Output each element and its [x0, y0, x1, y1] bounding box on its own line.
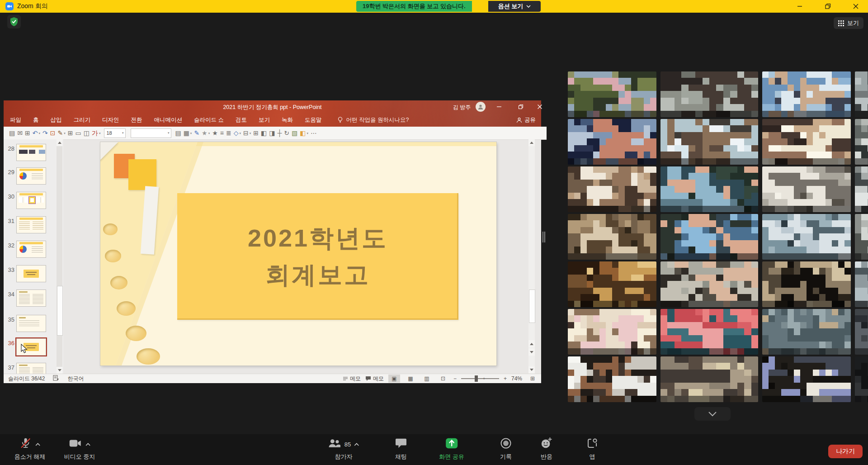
- slide-thumbnail-31[interactable]: [16, 216, 46, 233]
- chevron-up-icon[interactable]: [35, 440, 41, 448]
- panel-divider-handle[interactable]: [542, 232, 546, 242]
- chevron-up-icon[interactable]: [354, 440, 359, 448]
- group-objects-icon[interactable]: ⊞: [253, 130, 259, 136]
- ppt-menu-9[interactable]: 보기: [259, 116, 270, 124]
- scrollbar-thumb[interactable]: [57, 286, 63, 336]
- language-label[interactable]: 한국어: [67, 375, 84, 383]
- share-button[interactable]: 화면 공유: [439, 437, 464, 461]
- record-button[interactable]: 기록: [500, 437, 512, 461]
- fill-color-icon[interactable]: ◧▾: [300, 130, 308, 136]
- video-button[interactable]: 비디오 중지: [64, 437, 95, 461]
- align-objects-icon[interactable]: ┼: [277, 130, 282, 136]
- scroll-up-button[interactable]: [57, 139, 62, 146]
- slideshow-from-start-icon[interactable]: ⊡: [50, 130, 56, 136]
- participants-button[interactable]: 85참가자: [328, 437, 359, 461]
- draw-table-icon[interactable]: ✎: [194, 130, 199, 136]
- rotate-icon[interactable]: ↻: [284, 130, 289, 136]
- slide-thumbnail-35[interactable]: [16, 315, 46, 332]
- apps-button[interactable]: 앱: [586, 437, 598, 461]
- ppt-menu-4[interactable]: 디자인: [102, 116, 119, 124]
- ppt-menu-6[interactable]: 애니메이션: [154, 116, 183, 124]
- gallery-view-button[interactable]: 보기: [834, 17, 863, 29]
- undo-icon[interactable]: ↶▾: [33, 130, 40, 136]
- security-shield-icon[interactable]: [7, 15, 21, 28]
- ppt-menu-11[interactable]: 도움말: [305, 116, 322, 124]
- insert-table-icon[interactable]: ▦▾: [184, 130, 192, 136]
- new-slide-icon[interactable]: ⊞: [68, 130, 73, 136]
- font-color-icon[interactable]: 가▾: [92, 130, 101, 136]
- thumbnail-scrollbar[interactable]: [57, 139, 62, 374]
- save-as-icon[interactable]: ✉: [17, 130, 23, 136]
- chat-button[interactable]: 채팅: [395, 437, 407, 461]
- normal-view-button[interactable]: ▣: [388, 375, 400, 383]
- slide-thumbnail-34[interactable]: [16, 289, 46, 307]
- slide-thumbnail-37[interactable]: [16, 363, 46, 374]
- scroll-down-button[interactable]: [57, 367, 62, 374]
- tell-me-search[interactable]: 어떤 작업을 원하시나요?: [338, 116, 409, 124]
- send-backward-icon[interactable]: ◨: [269, 130, 275, 136]
- ppt-avatar[interactable]: [476, 102, 486, 112]
- animation-pane-icon[interactable]: ★: [212, 130, 218, 136]
- comments-button[interactable]: 메모: [365, 375, 384, 383]
- ppt-share-button[interactable]: 공유: [516, 116, 536, 124]
- reactions-button[interactable]: 반응: [540, 437, 553, 461]
- outline-view-icon[interactable]: ▤: [175, 130, 181, 136]
- spellcheck-icon[interactable]: [53, 375, 59, 382]
- redo-icon[interactable]: ↷: [42, 130, 48, 136]
- font-size-box[interactable]: 18▾: [104, 128, 126, 138]
- chevron-up-icon[interactable]: [85, 440, 91, 448]
- next-slide-button[interactable]: [528, 348, 535, 356]
- slide-layout-icon[interactable]: ▭: [75, 130, 81, 136]
- ppt-menu-1[interactable]: 홈: [33, 116, 39, 124]
- view-options-button[interactable]: 옵션 보기: [488, 1, 541, 12]
- slide-scrollbar[interactable]: [528, 139, 535, 374]
- ppt-menu-3[interactable]: 그리기: [74, 116, 91, 124]
- gallery-scroll-down-button[interactable]: [694, 407, 731, 421]
- ppt-menu-10[interactable]: 녹화: [282, 116, 293, 124]
- pen-input-icon[interactable]: ✎▾: [57, 130, 65, 136]
- more-commands-icon[interactable]: ⋯: [311, 130, 317, 136]
- save-icon[interactable]: ▤: [9, 130, 15, 136]
- align-text-icon[interactable]: ≡: [220, 130, 224, 136]
- arrange-icon[interactable]: ⊟▾: [243, 130, 251, 136]
- slide-thumbnail-33[interactable]: [16, 265, 46, 282]
- zoom-in-button[interactable]: +: [504, 375, 507, 382]
- previous-slide-button[interactable]: [528, 340, 535, 347]
- slide-thumbnail-29[interactable]: [16, 167, 46, 185]
- fit-to-window-button[interactable]: ⊞: [527, 375, 538, 383]
- notes-button[interactable]: 메모: [343, 375, 361, 383]
- reset-slide-icon[interactable]: ◫: [84, 130, 90, 136]
- slideshow-button[interactable]: ⊡: [437, 375, 449, 383]
- reading-view-button[interactable]: ▥: [421, 375, 433, 383]
- slide-thumbnail-28[interactable]: [16, 144, 46, 161]
- zoom-slider-thumb[interactable]: [475, 375, 478, 382]
- slide-sorter-button[interactable]: ▦: [405, 375, 416, 383]
- zoom-percent[interactable]: 74%: [511, 375, 522, 382]
- restore-button[interactable]: [822, 1, 834, 11]
- scroll-up-button[interactable]: [528, 139, 535, 146]
- picture-icon[interactable]: ▧: [292, 130, 297, 136]
- ppt-minimize-button[interactable]: [494, 102, 505, 111]
- slide-thumbnail-30[interactable]: [16, 192, 46, 209]
- ppt-menu-2[interactable]: 삽입: [51, 116, 62, 124]
- slide-thumbnail-panel[interactable]: 28293031323334353637: [4, 139, 63, 374]
- zoom-slider[interactable]: +: [461, 378, 499, 379]
- animation-icon[interactable]: ★▾: [202, 130, 210, 136]
- print-icon[interactable]: ⊞: [25, 130, 30, 136]
- close-button[interactable]: [850, 1, 862, 11]
- bring-forward-icon[interactable]: ◧: [261, 130, 267, 136]
- ppt-menu-5[interactable]: 전환: [131, 116, 142, 124]
- ppt-close-button[interactable]: [534, 102, 545, 111]
- zoom-out-button[interactable]: −: [453, 375, 457, 382]
- font-name-box[interactable]: ▾: [131, 128, 171, 138]
- shapes-icon[interactable]: ◇▾: [234, 130, 241, 136]
- ppt-menu-0[interactable]: 파일: [10, 116, 21, 124]
- mute-button[interactable]: 음소거 해제: [14, 437, 46, 461]
- minimize-button[interactable]: [794, 1, 806, 11]
- ppt-restore-button[interactable]: [515, 102, 526, 111]
- scroll-down-button[interactable]: [528, 366, 535, 373]
- ppt-menu-8[interactable]: 검토: [236, 116, 247, 124]
- scrollbar-thumb[interactable]: [529, 289, 535, 323]
- leave-meeting-button[interactable]: 나가기: [828, 445, 863, 458]
- ppt-menu-7[interactable]: 슬라이드 쇼: [194, 116, 224, 124]
